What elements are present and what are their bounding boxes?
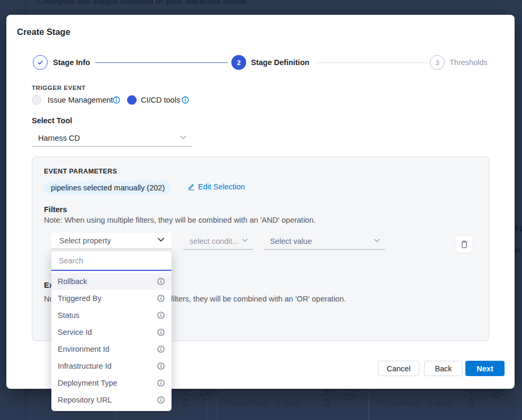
step-stage-definition-circle[interactable]: 2 (231, 55, 246, 70)
edit-selection-link[interactable]: Edit Selection (187, 182, 245, 191)
dropdown-item-label: Repository URL (58, 396, 112, 404)
plus-icon (200, 388, 212, 400)
info-icon[interactable] (157, 295, 165, 302)
backdrop-dash (192, 394, 196, 395)
info-icon[interactable] (182, 96, 189, 104)
check-icon (37, 59, 44, 66)
backdrop-fragment: et (514, 246, 520, 254)
event-parameters-heading: EVENT PARAMETERS (44, 168, 117, 175)
step-stage-info-circle[interactable] (33, 55, 48, 70)
modal-title: Create Stage (17, 27, 70, 37)
delete-filter-button[interactable] (455, 235, 473, 253)
value-placeholder: Select value (270, 233, 312, 249)
backdrop-divider (0, 6, 522, 7)
chevron-down-icon (180, 135, 186, 140)
search-input[interactable] (51, 257, 172, 265)
edit-icon (323, 388, 330, 395)
step-stage-definition-label[interactable]: Stage Definition (251, 55, 309, 70)
condition-placeholder: select condit... (190, 233, 239, 249)
back-button[interactable]: Back (424, 361, 463, 376)
pipelines-selected-pill: pipelines selected manually (202) (44, 181, 172, 195)
backdrop-heading: Configure the stages involved in your wo… (37, 0, 248, 5)
step-thresholds-circle[interactable]: 3 (430, 55, 445, 70)
dropdown-list: Rollback Triggered By Status Service Id … (51, 271, 172, 411)
chevron-down-icon (157, 238, 165, 242)
edit-selection-label: Edit Selection (198, 182, 245, 191)
dropdown-item-triggered-by[interactable]: Triggered By (51, 290, 172, 307)
backdrop-card-edge (518, 212, 519, 291)
backdrop-vertical-line (25, 389, 26, 420)
next-button[interactable]: Next (465, 361, 505, 376)
edit-icon (468, 388, 475, 395)
dropdown-item-environment-id[interactable]: Environment Id (51, 341, 172, 358)
step-stage-info-label[interactable]: Stage Info (53, 55, 90, 70)
screen: Configure the stages involved in your wo… (0, 0, 522, 420)
select-tool-dropdown[interactable]: Harness CD (32, 130, 192, 147)
trash-icon (323, 398, 330, 406)
edit-icon (187, 183, 195, 190)
radio-issue-management-label[interactable]: Issue Management (48, 95, 113, 105)
backdrop-vertical-line (25, 0, 26, 15)
property-dropdown-trigger[interactable]: Select property (51, 233, 172, 249)
stepper-connector (316, 62, 428, 63)
step-thresholds-label[interactable]: Thresholds (449, 55, 488, 70)
dropdown-item-label: Infrastructure Id (58, 362, 112, 370)
plus-icon (344, 388, 356, 400)
dropdown-search-row (51, 251, 172, 271)
trigger-event-label: TRIGGER EVENT (32, 85, 86, 91)
backdrop-dash (214, 394, 218, 395)
select-tool-value: Harness CD (38, 130, 80, 146)
condition-dropdown[interactable]: select condit... (183, 233, 253, 250)
radio-cicd-tools[interactable] (127, 95, 137, 105)
edit-icon (182, 388, 190, 395)
value-dropdown[interactable]: Select value (264, 233, 385, 250)
backdrop-target-value-label: Target Value - 4 days (376, 399, 451, 407)
stepper-connector (95, 62, 228, 63)
info-icon[interactable] (157, 345, 165, 353)
select-tool-label: Select Tool (32, 116, 72, 125)
info-icon[interactable] (157, 278, 165, 285)
dropdown-item-label: Triggered By (58, 294, 101, 303)
dropdown-item-rollback[interactable]: Rollback (51, 273, 172, 290)
radio-cicd-tools-label[interactable]: CI/CD tools (141, 95, 180, 105)
filters-note: Note: When using multiple filters, they … (44, 216, 316, 224)
info-icon[interactable] (157, 328, 165, 336)
dropdown-item-label: Environment Id (58, 345, 110, 353)
filters-heading: Filters (44, 205, 67, 214)
property-placeholder: Select property (59, 233, 111, 249)
chevron-down-icon (242, 239, 248, 242)
dropdown-item-label: Deployment Type (58, 379, 118, 387)
dropdown-item-repository-url[interactable]: Repository URL (51, 391, 172, 408)
info-icon[interactable] (157, 362, 165, 370)
dropdown-item-service-id[interactable]: Service Id (51, 324, 172, 341)
dropdown-item-infrastructure-id[interactable]: Infrastructure Id (51, 358, 172, 375)
backdrop-dash (483, 391, 487, 392)
backdrop-dashed-line (515, 274, 521, 275)
dropdown-item-label: Service Id (58, 328, 92, 336)
backdrop-dash (358, 394, 362, 395)
backdrop-dash (505, 391, 509, 392)
cancel-button[interactable]: Cancel (378, 361, 419, 376)
info-icon[interactable] (157, 379, 165, 387)
backdrop-dash (336, 394, 340, 395)
dropdown-item-deployment-type[interactable]: Deployment Type (51, 375, 172, 391)
backdrop-target-value-label: Target Value - 4 days (224, 399, 300, 407)
info-icon[interactable] (157, 312, 165, 319)
trash-icon (461, 240, 468, 249)
dropdown-item-label: Status (58, 311, 79, 319)
property-dropdown-popup: Rollback Triggered By Status Service Id … (51, 251, 172, 411)
info-icon[interactable] (157, 396, 165, 404)
trash-icon (468, 398, 475, 406)
radio-issue-management[interactable] (32, 95, 41, 105)
dropdown-item-label: Rollback (58, 277, 87, 286)
info-icon[interactable] (113, 96, 120, 104)
dropdown-item-status[interactable]: Status (51, 307, 172, 324)
trash-icon (182, 398, 189, 406)
chevron-down-icon (374, 239, 380, 243)
